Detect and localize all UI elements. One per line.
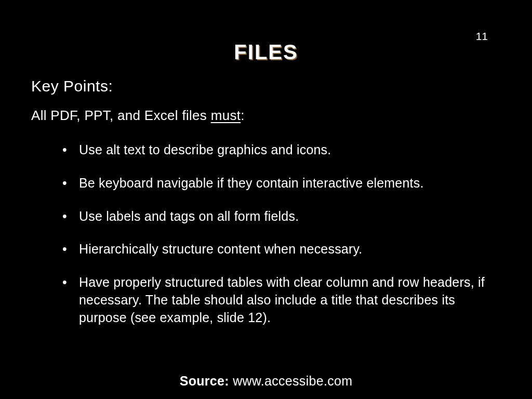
slide-title: FILES bbox=[0, 0, 532, 64]
key-points-heading: Key Points: bbox=[31, 77, 501, 95]
intro-prefix: All PDF, PPT, and Excel files bbox=[31, 108, 211, 123]
list-item: Use labels and tags on all form fields. bbox=[79, 208, 501, 225]
intro-line: All PDF, PPT, and Excel files must: bbox=[31, 108, 501, 124]
page-number: 11 bbox=[476, 30, 488, 43]
list-item: Hierarchically structure content when ne… bbox=[79, 241, 501, 258]
source-line: Source: www.accessibe.com bbox=[0, 374, 532, 389]
list-item: Be keyboard navigable if they contain in… bbox=[79, 175, 501, 192]
list-item: Use alt text to describe graphics and ic… bbox=[79, 141, 501, 159]
list-item: Have properly structured tables with cle… bbox=[79, 274, 501, 326]
intro-suffix: : bbox=[241, 108, 245, 123]
source-label: Source: bbox=[180, 374, 229, 388]
source-value: www.accessibe.com bbox=[233, 374, 352, 388]
bullet-list: Use alt text to describe graphics and ic… bbox=[31, 141, 501, 326]
content-area: Key Points: All PDF, PPT, and Excel file… bbox=[0, 77, 532, 326]
intro-underline-word: must bbox=[211, 108, 241, 123]
